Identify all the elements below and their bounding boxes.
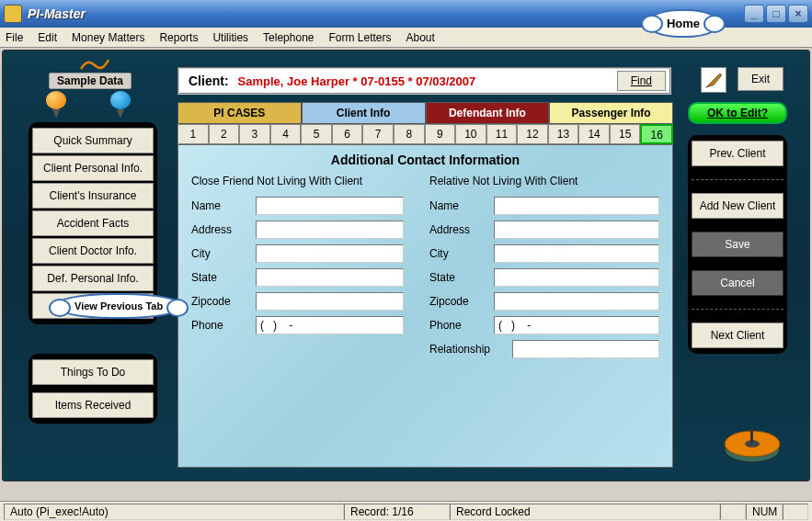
right-nav: Prev. Client Add New Client Save Cancel … — [688, 135, 787, 354]
menu-money[interactable]: Money Matters — [72, 31, 144, 44]
next-client-button[interactable]: Next Client — [692, 323, 783, 348]
window-title: PI-Master — [28, 6, 744, 21]
menu-file[interactable]: File — [6, 31, 23, 44]
relative-relationship-label: Relationship — [429, 343, 512, 356]
friend-zip-input[interactable] — [256, 292, 404, 311]
page-tab-7[interactable]: 7 — [362, 124, 394, 144]
client-label: Client: — [189, 74, 229, 88]
friend-name-label: Name — [191, 199, 256, 212]
menu-telephone[interactable]: Telephone — [263, 31, 314, 44]
section-tabs: PI CASES Client Info Defendant Info Pass… — [177, 102, 673, 124]
page-tab-10[interactable]: 10 — [455, 124, 486, 144]
friend-phone-input[interactable] — [256, 316, 404, 334]
page-tab-12[interactable]: 12 — [517, 124, 548, 144]
nav-things-todo[interactable]: Things To Do — [32, 359, 154, 385]
tab-pi-cases[interactable]: PI CASES — [177, 102, 302, 124]
menu-reports[interactable]: Reports — [159, 31, 198, 44]
page-tab-2[interactable]: 2 — [209, 124, 240, 144]
nav-client-insurance[interactable]: Client's Insurance — [32, 183, 154, 209]
page-tab-6[interactable]: 6 — [332, 124, 363, 144]
relative-state-input[interactable] — [494, 268, 659, 287]
relative-city-input[interactable] — [494, 244, 659, 263]
relative-column: Relative Not Living With Client Name Add… — [417, 175, 672, 364]
ok-to-edit-button[interactable]: OK to Edit? — [688, 102, 787, 124]
tab-passenger-info[interactable]: Passenger Info — [549, 102, 673, 124]
friend-address-input[interactable] — [256, 221, 404, 239]
save-button[interactable]: Save — [692, 232, 783, 257]
swirl-icon — [76, 56, 113, 73]
relative-relationship-input[interactable] — [512, 340, 659, 358]
nav-items-received[interactable]: Items Received — [32, 392, 154, 418]
app-icon — [4, 5, 22, 23]
close-button[interactable]: × — [788, 5, 808, 23]
relative-zip-input[interactable] — [494, 292, 659, 311]
page-tab-1[interactable]: 1 — [177, 124, 209, 144]
friend-phone-label: Phone — [191, 319, 256, 332]
page-tab-9[interactable]: 9 — [425, 124, 456, 144]
page-tab-3[interactable]: 3 — [239, 124, 270, 144]
relative-address-label: Address — [429, 223, 494, 236]
col1-title: Close Friend Not Living With Client — [191, 175, 404, 187]
friend-zip-label: Zipcode — [191, 295, 256, 308]
page-tab-13[interactable]: 13 — [548, 124, 579, 144]
status-num: NUM — [746, 504, 783, 520]
cancel-button[interactable]: Cancel — [692, 270, 783, 296]
find-button[interactable]: Find — [617, 71, 666, 91]
divider — [692, 179, 783, 180]
view-previous-tab-cloud[interactable]: View Previous Tab — [54, 293, 183, 319]
status-lock: Record Locked — [450, 504, 720, 520]
right-panel: OK to Edit? Prev. Client Add New Client … — [688, 102, 787, 354]
main-frame: Sample Data Client: Sample, Joe Harper *… — [2, 50, 810, 481]
nav-client-personal[interactable]: Client Personal Info. — [32, 155, 154, 181]
nav-client-doctor[interactable]: Client Doctor Info. — [32, 238, 154, 264]
nav-quick-summary[interactable]: Quick Summary — [32, 128, 154, 153]
client-bar: Client: Sample, Joe Harper * 07-0155 * 0… — [177, 67, 671, 95]
menu-about[interactable]: About — [406, 31, 435, 44]
status-blank2 — [783, 504, 808, 520]
feather-icon[interactable] — [701, 67, 726, 93]
menu-edit[interactable]: Edit — [38, 31, 57, 44]
friend-name-input[interactable] — [256, 197, 404, 215]
maximize-button[interactable]: □ — [766, 5, 786, 23]
relative-name-label: Name — [429, 199, 494, 212]
friend-city-input[interactable] — [256, 244, 404, 263]
exit-button[interactable]: Exit — [738, 67, 783, 91]
status-bar: Auto (Pi_exec!Auto) Record: 1/16 Record … — [0, 501, 812, 521]
relative-phone-input[interactable] — [494, 316, 659, 334]
status-record: Record: 1/16 — [344, 504, 450, 520]
orange-pin-icon[interactable] — [44, 91, 68, 119]
status-blank1 — [720, 504, 746, 520]
menu-utilities[interactable]: Utilities — [212, 31, 248, 44]
hard-disk-icon — [723, 425, 782, 466]
nav-accident-facts[interactable]: Accident Facts — [32, 210, 154, 236]
page-tab-5[interactable]: 5 — [301, 124, 332, 144]
relative-city-label: City — [429, 247, 494, 260]
page-tab-11[interactable]: 11 — [486, 124, 518, 144]
add-new-client-button[interactable]: Add New Client — [692, 193, 783, 219]
divider — [692, 309, 783, 310]
relative-name-input[interactable] — [494, 197, 659, 215]
blue-pin-icon[interactable] — [109, 91, 132, 119]
client-value: Sample, Joe Harper * 07-0155 * 07/03/200… — [234, 74, 617, 88]
prev-client-button[interactable]: Prev. Client — [692, 141, 783, 166]
tab-defendant-info[interactable]: Defendant Info — [426, 102, 550, 124]
menu-formletters[interactable]: Form Letters — [328, 31, 391, 44]
friend-city-label: City — [191, 247, 256, 260]
home-cloud[interactable]: Home — [646, 9, 720, 38]
friend-state-input[interactable] — [256, 268, 404, 287]
page-tab-15[interactable]: 15 — [610, 124, 641, 144]
page-tab-16[interactable]: 16 — [640, 124, 673, 144]
relative-zip-label: Zipcode — [429, 295, 494, 308]
friend-address-label: Address — [191, 223, 256, 236]
page-tab-4[interactable]: 4 — [270, 124, 302, 144]
relative-address-input[interactable] — [494, 221, 659, 239]
page-tab-14[interactable]: 14 — [578, 124, 610, 144]
page-tab-8[interactable]: 8 — [394, 124, 425, 144]
minimize-button[interactable]: _ — [744, 5, 764, 23]
friend-state-label: State — [191, 271, 256, 284]
nav-def-personal[interactable]: Def. Personal Info. — [32, 266, 154, 291]
left-nav-2: Things To Do Items Received — [29, 354, 157, 424]
status-left: Auto (Pi_exec!Auto) — [4, 504, 344, 520]
tab-client-info[interactable]: Client Info — [302, 102, 426, 124]
svg-rect-3 — [750, 429, 753, 444]
